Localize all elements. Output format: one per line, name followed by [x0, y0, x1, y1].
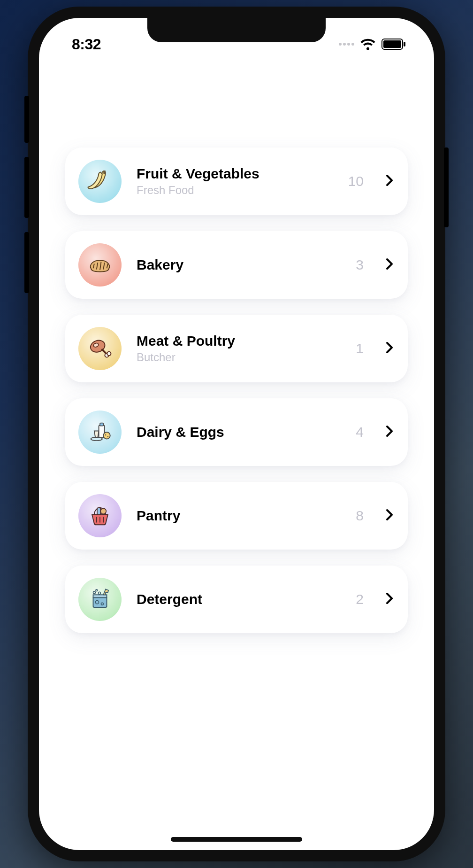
dairy-icon	[78, 411, 122, 454]
svg-rect-3	[103, 170, 106, 174]
svg-point-28	[96, 589, 98, 591]
battery-icon	[381, 39, 406, 50]
svg-point-17	[103, 432, 110, 439]
svg-point-29	[98, 592, 100, 594]
category-subtitle: Fresh Food	[137, 184, 333, 197]
category-text: Bakery	[137, 257, 341, 273]
detergent-icon	[78, 578, 122, 621]
category-count: 3	[356, 257, 364, 273]
screen: 8:32 Fruit & VegetablesFresh Food10Baker…	[39, 18, 434, 850]
volume-up-button	[24, 157, 29, 218]
side-button	[24, 96, 29, 143]
category-count: 8	[356, 508, 364, 524]
svg-point-19	[107, 436, 108, 437]
svg-point-13	[107, 352, 111, 356]
chevron-right-icon	[382, 341, 397, 356]
category-title: Fruit & Vegetables	[137, 166, 333, 182]
chevron-right-icon	[382, 173, 397, 189]
category-subtitle: Butcher	[137, 351, 341, 364]
category-card-dairy[interactable]: Dairy & Eggs4	[65, 398, 408, 466]
category-count: 1	[356, 341, 364, 356]
category-text: Meat & PoultryButcher	[137, 333, 341, 364]
svg-rect-1	[383, 40, 401, 48]
svg-point-18	[105, 434, 106, 435]
volume-down-button	[24, 232, 29, 293]
svg-point-27	[93, 591, 96, 594]
svg-rect-2	[404, 42, 405, 46]
home-indicator[interactable]	[171, 837, 302, 842]
svg-point-24	[100, 508, 106, 514]
category-card-detergent[interactable]: Detergent2	[65, 566, 408, 633]
svg-rect-15	[100, 423, 103, 426]
status-time: 8:32	[72, 36, 101, 53]
category-title: Pantry	[137, 508, 341, 524]
phone-frame: 8:32 Fruit & VegetablesFresh Food10Baker…	[28, 7, 445, 861]
chevron-right-icon	[382, 257, 397, 273]
meat-icon	[78, 327, 122, 370]
svg-rect-23	[97, 508, 100, 515]
category-list[interactable]: Fruit & VegetablesFresh Food10Bakery3Mea…	[39, 63, 434, 850]
bread-icon	[78, 243, 122, 287]
category-text: Dairy & Eggs	[137, 424, 341, 440]
category-title: Meat & Poultry	[137, 333, 341, 349]
chevron-right-icon	[382, 424, 397, 440]
cellular-icon	[339, 43, 354, 46]
category-text: Detergent	[137, 591, 341, 607]
category-count: 2	[356, 591, 364, 607]
svg-rect-26	[93, 595, 107, 597]
wifi-icon	[360, 38, 376, 50]
chevron-right-icon	[382, 591, 397, 607]
category-card-pantry[interactable]: Pantry8	[65, 482, 408, 550]
category-title: Bakery	[137, 257, 341, 273]
category-card-fruit-veg[interactable]: Fruit & VegetablesFresh Food10	[65, 147, 408, 215]
category-title: Dairy & Eggs	[137, 424, 341, 440]
chevron-right-icon	[382, 508, 397, 524]
category-card-bakery[interactable]: Bakery3	[65, 231, 408, 299]
notch	[147, 18, 326, 42]
category-card-meat[interactable]: Meat & PoultryButcher1	[65, 315, 408, 382]
category-title: Detergent	[137, 591, 341, 607]
category-text: Fruit & VegetablesFresh Food	[137, 166, 333, 197]
category-count: 10	[348, 173, 364, 189]
status-icons	[339, 38, 406, 50]
category-count: 4	[356, 424, 364, 440]
basket-icon	[78, 494, 122, 537]
category-text: Pantry	[137, 508, 341, 524]
power-button	[444, 147, 449, 227]
banana-icon	[78, 160, 122, 203]
